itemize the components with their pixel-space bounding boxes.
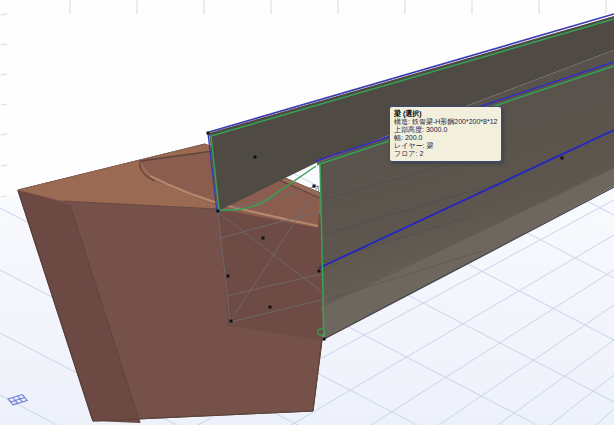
3d-scene[interactable]: [0, 0, 614, 425]
tooltip-width: 幅: 200.0: [394, 134, 497, 142]
tooltip-top-elevation: 上部高度: 3000.0: [394, 126, 497, 134]
column-side-face: [218, 208, 322, 340]
handle-dot[interactable]: [561, 157, 564, 160]
handle-dot[interactable]: [262, 237, 265, 240]
handle-dot[interactable]: [217, 210, 220, 213]
handle-dot[interactable]: [318, 270, 321, 273]
3d-viewport[interactable]: 梁 (選択) 構造: 鉄骨梁-H形鋼200*200*8*12 上部高度: 300…: [0, 0, 614, 425]
handle-dot[interactable]: [269, 306, 272, 309]
element-info-tooltip: 梁 (選択) 構造: 鉄骨梁-H形鋼200*200*8*12 上部高度: 300…: [389, 106, 502, 162]
handle-dot[interactable]: [254, 156, 257, 159]
handle-dot[interactable]: [207, 132, 210, 135]
tooltip-layer: レイヤー: 梁: [394, 142, 497, 150]
tooltip-title: 梁 (選択): [394, 110, 497, 118]
handle-dot[interactable]: [227, 275, 230, 278]
handle-dot[interactable]: [313, 185, 316, 188]
tooltip-structure: 構造: 鉄骨梁-H形鋼200*200*8*12: [394, 118, 497, 126]
handle-dot[interactable]: [323, 338, 326, 341]
tooltip-floor: フロア: 2: [394, 150, 497, 158]
handle-dot[interactable]: [230, 320, 233, 323]
